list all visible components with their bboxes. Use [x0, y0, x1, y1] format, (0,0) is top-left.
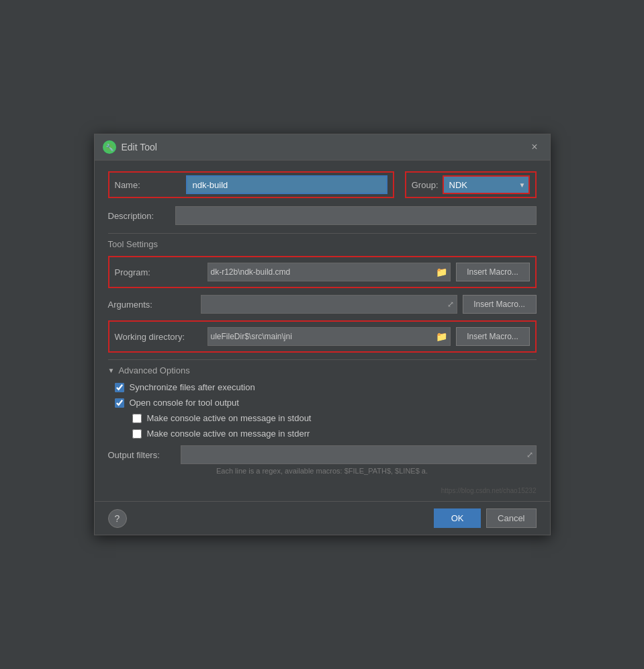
program-input[interactable]	[211, 267, 433, 277]
edit-tool-dialog: 🔧 Edit Tool × Name: Group: NDK Build Oth…	[94, 134, 551, 535]
group-section: Group: NDK Build Other ▼	[405, 171, 537, 198]
group-label: Group:	[412, 180, 439, 190]
description-row: Description:	[108, 206, 537, 225]
open-console-row: Open console for tool output	[115, 398, 537, 408]
watermark: https://blog.csdn.net/chao15232	[95, 486, 550, 497]
arguments-label: Arguments:	[108, 300, 195, 310]
sync-files-label[interactable]: Synchronize files after execution	[130, 382, 255, 392]
ok-button[interactable]: OK	[434, 508, 481, 528]
advanced-options-section: ▼ Advanced Options Synchronize files aft…	[108, 365, 537, 475]
arguments-row: Arguments: ⤢ Insert Macro...	[108, 295, 537, 314]
sync-files-checkbox[interactable]	[115, 383, 124, 392]
divider-2	[108, 359, 537, 360]
arguments-input-wrap: ⤢	[201, 295, 457, 314]
working-dir-label: Working directory:	[115, 332, 202, 342]
close-button[interactable]: ×	[527, 140, 541, 154]
sync-files-row: Synchronize files after execution	[115, 382, 537, 392]
tool-settings-section: Tool Settings Program: 📁 Insert Macro...…	[108, 239, 537, 353]
make-active-stderr-checkbox[interactable]	[132, 429, 142, 439]
dialog-title: Edit Tool	[122, 142, 528, 152]
help-button[interactable]: ?	[108, 509, 127, 528]
working-dir-input[interactable]	[211, 332, 433, 341]
arguments-input[interactable]	[204, 300, 445, 309]
footer: ? OK Cancel	[95, 501, 550, 535]
output-filters-input-wrap: ⤢	[181, 445, 537, 464]
footer-buttons: OK Cancel	[434, 508, 536, 528]
advanced-options-header: ▼ Advanced Options	[108, 365, 537, 375]
dialog-content: Name: Group: NDK Build Other ▼ Descripti…	[95, 161, 550, 486]
top-row: Name: Group: NDK Build Other ▼	[108, 171, 537, 198]
make-active-stderr-row: Make console active on message in stderr	[132, 429, 537, 439]
titlebar: 🔧 Edit Tool ×	[95, 134, 550, 161]
folder-icon[interactable]: 📁	[436, 267, 447, 277]
program-red-box: Program: 📁 Insert Macro...	[108, 256, 537, 288]
working-dir-insert-macro-button[interactable]: Insert Macro...	[456, 327, 530, 346]
working-dir-folder-icon[interactable]: 📁	[436, 331, 447, 342]
output-filters-label: Output filters:	[108, 450, 175, 460]
program-label: Program:	[115, 267, 202, 277]
group-select[interactable]: NDK Build Other	[443, 175, 530, 194]
regex-hint: Each line is a regex, available macros: …	[108, 467, 537, 475]
cancel-button[interactable]: Cancel	[486, 508, 536, 528]
name-section: Name:	[108, 171, 394, 198]
open-console-checkbox[interactable]	[115, 398, 124, 408]
arguments-insert-macro-button[interactable]: Insert Macro...	[463, 295, 537, 314]
program-row: Program: 📁 Insert Macro...	[115, 263, 530, 281]
description-input[interactable]	[175, 206, 537, 225]
make-active-stdout-label[interactable]: Make console active on message in stdout	[147, 413, 312, 423]
expand-icon[interactable]: ⤢	[447, 300, 454, 309]
name-label: Name:	[115, 180, 182, 190]
make-active-stdout-row: Make console active on message in stdout	[132, 413, 537, 423]
working-dir-row: Working directory: 📁 Insert Macro...	[115, 327, 530, 346]
description-label: Description:	[108, 211, 175, 221]
group-select-wrapper: NDK Build Other ▼	[443, 175, 530, 194]
output-filters-expand-icon[interactable]: ⤢	[526, 450, 533, 459]
divider-1	[108, 233, 537, 234]
tool-settings-header: Tool Settings	[108, 239, 537, 249]
program-input-wrap: 📁	[208, 263, 451, 281]
working-dir-red-box: Working directory: 📁 Insert Macro...	[108, 320, 537, 353]
make-active-stderr-label[interactable]: Make console active on message in stderr	[147, 429, 310, 439]
app-icon: 🔧	[103, 140, 116, 154]
name-input[interactable]	[186, 175, 387, 194]
open-console-label[interactable]: Open console for tool output	[130, 398, 239, 408]
output-filters-row: Output filters: ⤢	[108, 445, 537, 464]
program-insert-macro-button[interactable]: Insert Macro...	[456, 263, 530, 281]
output-filters-input[interactable]	[184, 450, 524, 459]
make-active-stdout-checkbox[interactable]	[132, 414, 142, 423]
working-dir-input-wrap: 📁	[208, 327, 451, 346]
collapse-triangle-icon[interactable]: ▼	[108, 367, 115, 374]
advanced-options-label: Advanced Options	[118, 365, 189, 375]
